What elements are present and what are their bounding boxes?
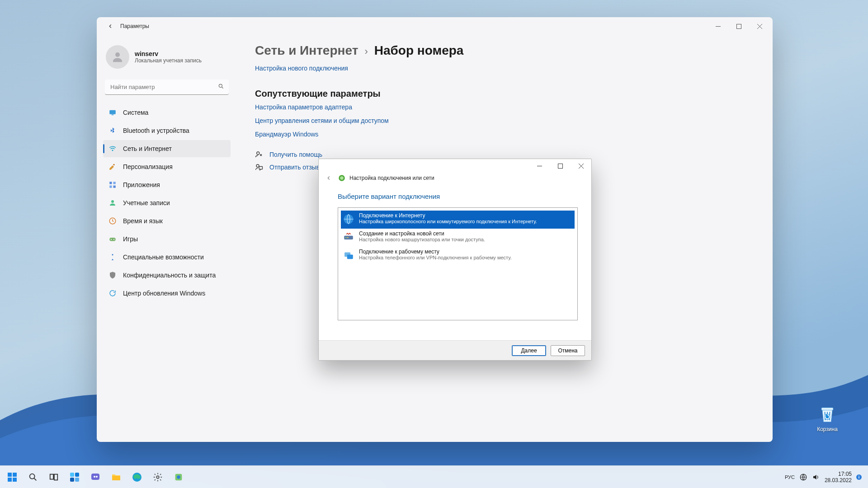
link-get-help[interactable]: Получить помощь bbox=[255, 150, 755, 159]
sidebar-item-time[interactable]: Время и язык bbox=[103, 212, 231, 230]
user-block[interactable]: winserv Локальная учетная запись bbox=[103, 42, 231, 75]
back-button[interactable] bbox=[103, 19, 118, 33]
link-get-help-label: Получить помощь bbox=[269, 151, 322, 158]
sidebar-item-accessibility[interactable]: Специальные возможности bbox=[103, 249, 231, 266]
avatar-icon bbox=[106, 45, 129, 69]
svg-rect-21 bbox=[259, 167, 263, 169]
sidebar-item-bluetooth[interactable]: Bluetooth и устройства bbox=[103, 122, 231, 139]
user-subtitle: Локальная учетная запись bbox=[135, 57, 202, 64]
svg-rect-41 bbox=[70, 473, 74, 477]
link-new-connection[interactable]: Настройка нового подключения bbox=[255, 65, 348, 72]
taskbar-app-button[interactable] bbox=[169, 468, 188, 487]
user-name: winserv bbox=[135, 50, 202, 57]
sidebar-item-network[interactable]: Сеть и Интернет bbox=[103, 140, 231, 157]
svg-rect-1 bbox=[736, 24, 741, 28]
taskbar-left bbox=[0, 468, 188, 487]
accessibility-icon bbox=[108, 253, 117, 261]
network-tray-icon[interactable] bbox=[799, 473, 807, 481]
breadcrumb-parent[interactable]: Сеть и Интернет bbox=[255, 43, 358, 58]
chat-button[interactable] bbox=[86, 468, 105, 487]
sidebar-item-system[interactable]: Система bbox=[103, 104, 231, 121]
svg-point-50 bbox=[156, 476, 159, 479]
svg-point-46 bbox=[94, 476, 95, 478]
sidebar-item-label: Время и язык bbox=[123, 217, 163, 225]
taskbar-search-button[interactable] bbox=[24, 468, 42, 487]
bluetooth-icon bbox=[108, 127, 117, 135]
sidebar-item-accounts[interactable]: Учетные записи bbox=[103, 194, 231, 211]
task-view-button[interactable] bbox=[44, 468, 63, 487]
minimize-button[interactable] bbox=[708, 19, 728, 33]
sidebar-item-personalization[interactable]: Персонализация bbox=[103, 158, 231, 175]
wizard-close-button[interactable] bbox=[571, 159, 591, 173]
apps-icon bbox=[108, 181, 117, 189]
notifications-button[interactable]: i bbox=[856, 474, 862, 480]
svg-rect-40 bbox=[54, 474, 57, 480]
wizard-next-button[interactable]: Далее bbox=[512, 345, 546, 356]
wizard-title: Настройка подключения или сети bbox=[349, 175, 434, 181]
taskbar-date: 28.03.2022 bbox=[825, 477, 852, 483]
svg-rect-43 bbox=[70, 478, 74, 482]
taskbar-settings-button[interactable] bbox=[148, 468, 167, 487]
search-input[interactable] bbox=[105, 80, 229, 95]
taskbar: РУС 17:05 28.03.2022 i bbox=[0, 465, 868, 488]
maximize-button[interactable] bbox=[728, 19, 749, 33]
svg-point-2 bbox=[115, 52, 120, 57]
svg-rect-5 bbox=[112, 115, 114, 116]
gaming-icon bbox=[108, 235, 117, 243]
update-icon bbox=[108, 289, 117, 297]
sidebar-item-apps[interactable]: Приложения bbox=[103, 176, 231, 193]
link-sharing-center[interactable]: Центр управления сетями и общим доступом bbox=[255, 117, 755, 124]
wizard-maximize-button[interactable] bbox=[550, 159, 571, 173]
related-params-header: Сопутствующие параметры bbox=[255, 89, 755, 99]
wizard-option-1[interactable]: Создание и настройка новой сетиНастройка… bbox=[341, 229, 575, 247]
widgets-button[interactable] bbox=[65, 468, 84, 487]
recycle-bin-icon[interactable]: Корзина bbox=[809, 404, 845, 432]
taskbar-clock[interactable]: 17:05 28.03.2022 bbox=[825, 471, 852, 483]
sidebar-item-label: Система bbox=[123, 109, 148, 116]
wizard-option-0[interactable]: Подключение к ИнтернетуНастройка широкоп… bbox=[341, 211, 575, 229]
network-icon bbox=[108, 145, 117, 153]
svg-rect-22 bbox=[537, 166, 542, 166]
svg-point-18 bbox=[112, 254, 113, 255]
settings-nav: СистемаBluetooth и устройстваСеть и Инте… bbox=[103, 104, 231, 302]
wizard-option-2[interactable]: Подключение к рабочему местуНастройка те… bbox=[341, 247, 575, 265]
svg-rect-15 bbox=[109, 238, 116, 241]
start-button[interactable] bbox=[3, 468, 22, 487]
window-controls bbox=[708, 19, 770, 33]
wizard-footer: Далее Отмена bbox=[319, 340, 591, 360]
trash-icon bbox=[817, 404, 837, 424]
svg-rect-11 bbox=[113, 186, 116, 188]
close-button[interactable] bbox=[749, 19, 770, 33]
wizard-back-button[interactable] bbox=[323, 173, 334, 183]
svg-rect-36 bbox=[8, 478, 12, 482]
settings-titlebar: Параметры bbox=[97, 17, 773, 35]
sidebar-item-update[interactable]: Центр обновления Windows bbox=[103, 285, 231, 302]
svg-rect-35 bbox=[13, 473, 17, 477]
svg-rect-39 bbox=[50, 474, 53, 479]
file-explorer-button[interactable] bbox=[107, 468, 126, 487]
svg-rect-42 bbox=[75, 473, 79, 477]
svg-point-12 bbox=[111, 200, 114, 203]
link-firewall[interactable]: Брандмауэр Windows bbox=[255, 131, 755, 138]
link-feedback-label: Отправить отзыв bbox=[269, 164, 320, 171]
breadcrumb: Сеть и Интернет › Набор номера bbox=[255, 43, 755, 58]
language-indicator[interactable]: РУС bbox=[785, 474, 795, 480]
wizard-minimize-button[interactable] bbox=[529, 159, 550, 173]
svg-rect-0 bbox=[716, 26, 721, 27]
privacy-icon bbox=[108, 271, 117, 279]
wizard-option-title: Создание и настройка новой сети bbox=[359, 230, 485, 237]
wizard-option-title: Подключение к Интернету bbox=[359, 212, 537, 219]
wizard-cancel-button[interactable]: Отмена bbox=[551, 345, 585, 356]
svg-point-47 bbox=[96, 476, 98, 478]
svg-rect-48 bbox=[112, 476, 120, 480]
sidebar-item-gaming[interactable]: Игры bbox=[103, 230, 231, 248]
svg-point-38 bbox=[30, 474, 35, 479]
sidebar-item-label: Персонализация bbox=[123, 163, 173, 170]
sidebar-item-label: Учетные записи bbox=[123, 199, 170, 206]
volume-tray-icon[interactable] bbox=[812, 473, 820, 481]
link-adapter-settings[interactable]: Настройка параметров адаптера bbox=[255, 103, 755, 111]
svg-rect-44 bbox=[75, 478, 79, 482]
edge-button[interactable] bbox=[127, 468, 146, 487]
wizard-option-0-icon bbox=[343, 213, 354, 225]
sidebar-item-privacy[interactable]: Конфиденциальность и защита bbox=[103, 267, 231, 284]
